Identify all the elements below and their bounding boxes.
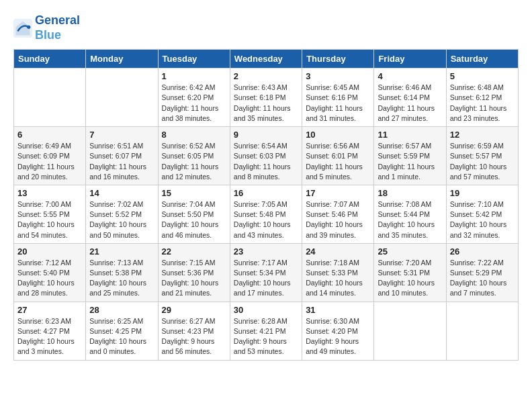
calendar-cell: 13Sunrise: 7:00 AMSunset: 5:55 PMDayligh…: [14, 185, 86, 243]
day-number: 10: [306, 130, 370, 140]
day-info: Sunrise: 6:48 AMSunset: 6:12 PMDaylight:…: [450, 83, 515, 124]
logo: General Blue: [13, 13, 80, 42]
calendar-cell: 20Sunrise: 7:12 AMSunset: 5:40 PMDayligh…: [14, 243, 86, 302]
day-number: 16: [234, 188, 298, 198]
svg-point-2: [27, 25, 30, 28]
day-info: Sunrise: 7:13 AMSunset: 5:38 PMDaylight:…: [89, 258, 154, 299]
calendar-cell: 1Sunrise: 6:42 AMSunset: 6:20 PMDaylight…: [158, 68, 230, 127]
calendar-cell: 16Sunrise: 7:05 AMSunset: 5:48 PMDayligh…: [230, 185, 302, 243]
calendar-cell: 27Sunrise: 6:23 AMSunset: 4:27 PMDayligh…: [14, 302, 86, 360]
day-number: 27: [17, 305, 82, 315]
day-number: 26: [450, 246, 515, 257]
calendar-week-row: 13Sunrise: 7:00 AMSunset: 5:55 PMDayligh…: [14, 185, 519, 243]
calendar-cell: 9Sunrise: 6:54 AMSunset: 6:03 PMDaylight…: [230, 127, 302, 185]
day-info: Sunrise: 7:10 AMSunset: 5:42 PMDaylight:…: [450, 199, 515, 240]
calendar-cell: 6Sunrise: 6:49 AMSunset: 6:09 PMDaylight…: [14, 127, 86, 185]
day-info: Sunrise: 7:22 AMSunset: 5:29 PMDaylight:…: [450, 258, 515, 299]
day-info: Sunrise: 6:51 AMSunset: 6:07 PMDaylight:…: [89, 141, 154, 182]
calendar-week-row: 6Sunrise: 6:49 AMSunset: 6:09 PMDaylight…: [14, 127, 519, 185]
day-number: 9: [234, 130, 298, 140]
weekday-header-monday: Monday: [86, 50, 158, 68]
calendar-cell: 24Sunrise: 7:18 AMSunset: 5:33 PMDayligh…: [302, 243, 374, 302]
calendar-cell: 12Sunrise: 6:59 AMSunset: 5:57 PMDayligh…: [446, 127, 518, 185]
calendar-cell: 29Sunrise: 6:27 AMSunset: 4:23 PMDayligh…: [158, 302, 230, 360]
day-info: Sunrise: 7:08 AMSunset: 5:44 PMDaylight:…: [378, 199, 442, 240]
day-info: Sunrise: 7:04 AMSunset: 5:50 PMDaylight:…: [162, 199, 226, 240]
day-info: Sunrise: 7:05 AMSunset: 5:48 PMDaylight:…: [234, 199, 298, 240]
calendar-cell: 7Sunrise: 6:51 AMSunset: 6:07 PMDaylight…: [86, 127, 158, 185]
day-info: Sunrise: 7:07 AMSunset: 5:46 PMDaylight:…: [306, 199, 370, 240]
day-info: Sunrise: 6:46 AMSunset: 6:14 PMDaylight:…: [378, 83, 442, 124]
day-info: Sunrise: 7:18 AMSunset: 5:33 PMDaylight:…: [306, 258, 370, 299]
logo-text: General Blue: [35, 13, 80, 42]
day-number: 23: [234, 246, 298, 257]
logo-icon: [13, 19, 32, 38]
calendar-cell: 21Sunrise: 7:13 AMSunset: 5:38 PMDayligh…: [86, 243, 158, 302]
calendar-cell: [374, 302, 446, 360]
day-info: Sunrise: 6:59 AMSunset: 5:57 PMDaylight:…: [450, 141, 515, 182]
day-number: 24: [306, 246, 370, 257]
calendar-cell: 26Sunrise: 7:22 AMSunset: 5:29 PMDayligh…: [446, 243, 518, 302]
calendar-cell: 19Sunrise: 7:10 AMSunset: 5:42 PMDayligh…: [446, 185, 518, 243]
day-number: 17: [306, 188, 370, 198]
weekday-header-sunday: Sunday: [14, 50, 86, 68]
day-info: Sunrise: 6:23 AMSunset: 4:27 PMDaylight:…: [17, 316, 82, 357]
day-info: Sunrise: 6:28 AMSunset: 4:21 PMDaylight:…: [234, 316, 298, 357]
calendar-cell: [446, 302, 518, 360]
calendar-cell: [86, 68, 158, 127]
day-info: Sunrise: 7:00 AMSunset: 5:55 PMDaylight:…: [17, 199, 82, 240]
day-number: 31: [306, 305, 370, 315]
day-number: 21: [89, 246, 154, 257]
calendar-cell: 2Sunrise: 6:43 AMSunset: 6:18 PMDaylight…: [230, 68, 302, 127]
day-number: 3: [306, 71, 370, 81]
calendar-cell: 4Sunrise: 6:46 AMSunset: 6:14 PMDaylight…: [374, 68, 446, 127]
day-number: 1: [162, 71, 226, 81]
day-number: 8: [162, 130, 226, 140]
calendar-cell: 22Sunrise: 7:15 AMSunset: 5:36 PMDayligh…: [158, 243, 230, 302]
calendar-cell: 23Sunrise: 7:17 AMSunset: 5:34 PMDayligh…: [230, 243, 302, 302]
calendar-cell: 15Sunrise: 7:04 AMSunset: 5:50 PMDayligh…: [158, 185, 230, 243]
day-info: Sunrise: 6:42 AMSunset: 6:20 PMDaylight:…: [162, 83, 226, 124]
day-info: Sunrise: 6:52 AMSunset: 6:05 PMDaylight:…: [162, 141, 226, 182]
calendar-cell: 3Sunrise: 6:45 AMSunset: 6:16 PMDaylight…: [302, 68, 374, 127]
day-info: Sunrise: 7:15 AMSunset: 5:36 PMDaylight:…: [162, 258, 226, 299]
day-info: Sunrise: 6:27 AMSunset: 4:23 PMDaylight:…: [162, 316, 226, 357]
page-header: General Blue: [13, 13, 519, 42]
calendar-cell: 8Sunrise: 6:52 AMSunset: 6:05 PMDaylight…: [158, 127, 230, 185]
day-number: 28: [89, 305, 154, 315]
calendar-cell: 28Sunrise: 6:25 AMSunset: 4:25 PMDayligh…: [86, 302, 158, 360]
day-number: 30: [234, 305, 298, 315]
calendar-cell: 17Sunrise: 7:07 AMSunset: 5:46 PMDayligh…: [302, 185, 374, 243]
calendar-cell: 31Sunrise: 6:30 AMSunset: 4:20 PMDayligh…: [302, 302, 374, 360]
calendar-cell: 25Sunrise: 7:20 AMSunset: 5:31 PMDayligh…: [374, 243, 446, 302]
day-number: 2: [234, 71, 298, 81]
day-number: 11: [378, 130, 442, 140]
day-info: Sunrise: 7:02 AMSunset: 5:52 PMDaylight:…: [89, 199, 154, 240]
day-info: Sunrise: 7:20 AMSunset: 5:31 PMDaylight:…: [378, 258, 442, 299]
calendar-cell: [14, 68, 86, 127]
day-info: Sunrise: 7:12 AMSunset: 5:40 PMDaylight:…: [17, 258, 82, 299]
day-number: 6: [17, 130, 82, 140]
day-number: 7: [89, 130, 154, 140]
calendar-week-row: 27Sunrise: 6:23 AMSunset: 4:27 PMDayligh…: [14, 302, 519, 360]
weekday-header-thursday: Thursday: [302, 50, 374, 68]
day-number: 12: [450, 130, 515, 140]
calendar-cell: 14Sunrise: 7:02 AMSunset: 5:52 PMDayligh…: [86, 185, 158, 243]
weekday-header-wednesday: Wednesday: [230, 50, 302, 68]
day-number: 22: [162, 246, 226, 257]
day-info: Sunrise: 7:17 AMSunset: 5:34 PMDaylight:…: [234, 258, 298, 299]
day-info: Sunrise: 6:45 AMSunset: 6:16 PMDaylight:…: [306, 83, 370, 124]
day-number: 4: [378, 71, 442, 81]
calendar-header-row: SundayMondayTuesdayWednesdayThursdayFrid…: [14, 50, 519, 68]
day-number: 18: [378, 188, 442, 198]
day-number: 5: [450, 71, 515, 81]
day-info: Sunrise: 6:30 AMSunset: 4:20 PMDaylight:…: [306, 316, 370, 357]
day-number: 29: [162, 305, 226, 315]
weekday-header-tuesday: Tuesday: [158, 50, 230, 68]
day-number: 15: [162, 188, 226, 198]
calendar-table: SundayMondayTuesdayWednesdayThursdayFrid…: [13, 49, 519, 360]
day-number: 19: [450, 188, 515, 198]
day-info: Sunrise: 6:25 AMSunset: 4:25 PMDaylight:…: [89, 316, 154, 357]
calendar-cell: 18Sunrise: 7:08 AMSunset: 5:44 PMDayligh…: [374, 185, 446, 243]
day-number: 20: [17, 246, 82, 257]
